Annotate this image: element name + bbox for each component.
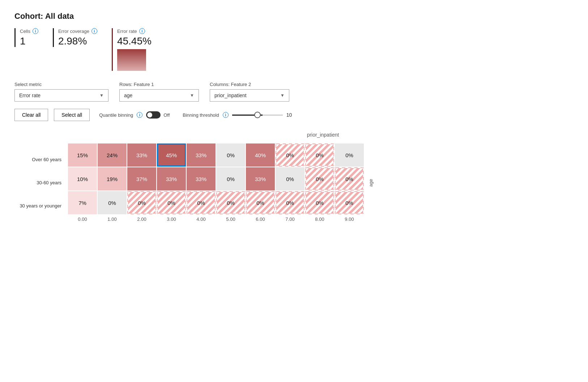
col-label-6: 6.00 xyxy=(246,216,275,222)
row-axis-label: age xyxy=(368,179,374,187)
col-label-7: 7.00 xyxy=(276,216,304,222)
heatmap-grid: 15%24%33%45%33%0%40%0%0%0%10%19%37%33%33… xyxy=(68,143,364,214)
heatmap-col-labels: 0.001.002.003.004.005.006.007.008.009.00 xyxy=(68,216,364,222)
columns-feature-value: prior_inpatient xyxy=(214,93,247,98)
columns-feature-dropdown[interactable]: prior_inpatient ▼ xyxy=(210,89,289,102)
heatmap-cell[interactable]: 0% xyxy=(216,191,245,214)
rows-feature-group: Rows: Feature 1 age ▼ xyxy=(119,82,199,102)
heatmap-cell[interactable]: 0% xyxy=(335,167,364,190)
col-label-0: 0.00 xyxy=(68,216,97,222)
error-coverage-metric: Error coverage i 2.98% xyxy=(53,28,108,47)
heatmap-cell[interactable]: 0% xyxy=(246,191,275,214)
heatmap-cell[interactable]: 0% xyxy=(187,191,216,214)
col-label-5: 5.00 xyxy=(216,216,245,222)
select-all-button[interactable]: Select all xyxy=(54,109,90,121)
error-rate-info-icon[interactable]: i xyxy=(139,28,145,34)
cells-metric: Cells i 1 xyxy=(14,28,49,47)
heatmap-wrapper: Over 60 years 30-60 years 30 years or yo… xyxy=(14,143,574,222)
select-metric-group: Select metric Error rate ▼ xyxy=(14,82,108,102)
error-coverage-label: Error coverage xyxy=(58,29,89,34)
toggle-track[interactable] xyxy=(146,111,161,119)
quantile-binning-label: Quantile binning xyxy=(99,112,133,118)
rows-feature-chevron-icon: ▼ xyxy=(190,93,194,98)
heatmap-cell[interactable]: 33% xyxy=(157,167,186,190)
rows-feature-value: age xyxy=(124,93,132,98)
select-metric-label: Select metric xyxy=(14,82,108,87)
heatmap-grid-area: 15%24%33%45%33%0%40%0%0%0%10%19%37%33%33… xyxy=(68,143,364,222)
columns-feature-chevron-icon: ▼ xyxy=(280,93,285,98)
heatmap-cell[interactable]: 7% xyxy=(68,191,97,214)
error-rate-metric: Error rate i 45.45% xyxy=(112,28,162,71)
heatmap-cell[interactable]: 15% xyxy=(68,143,97,167)
binning-threshold-slider[interactable] xyxy=(232,115,283,116)
heatmap-cell[interactable]: 0% xyxy=(127,191,156,214)
cells-value: 1 xyxy=(20,35,38,47)
heatmap-cell[interactable]: 0% xyxy=(305,191,334,214)
binning-threshold-label: Binning threshold xyxy=(183,112,219,118)
heatmap-cell[interactable]: 33% xyxy=(187,143,216,167)
actions-row: Clear all Select all Quantile binning i … xyxy=(14,109,574,121)
heatmap-cell[interactable]: 0% xyxy=(335,143,364,167)
error-rate-label: Error rate xyxy=(117,29,137,34)
heatmap-cell[interactable]: 0% xyxy=(305,167,334,190)
heatmap-cell[interactable]: 37% xyxy=(127,167,156,190)
cells-info-icon[interactable]: i xyxy=(33,28,38,34)
quantile-binning-info-icon[interactable]: i xyxy=(137,112,142,118)
heatmap-cell[interactable]: 0% xyxy=(276,167,304,190)
heatmap-cell[interactable]: 0% xyxy=(335,191,364,214)
col-label-9: 9.00 xyxy=(335,216,364,222)
error-coverage-value: 2.98% xyxy=(58,35,97,47)
column-feature-label: prior_inpatient xyxy=(72,132,574,138)
heatmap-cell[interactable]: 33% xyxy=(187,167,216,190)
col-label-2: 2.00 xyxy=(127,216,156,222)
toggle-thumb xyxy=(147,112,152,117)
select-metric-value: Error rate xyxy=(19,93,41,98)
slider-container: 10 xyxy=(232,112,294,118)
heatmap-cell[interactable]: 33% xyxy=(127,143,156,167)
error-bar-chart xyxy=(117,49,146,71)
toggle-state-label: Off xyxy=(163,112,170,118)
heatmap-cell[interactable]: 40% xyxy=(246,143,275,167)
quantile-binning-toggle[interactable]: Off xyxy=(146,111,170,119)
row-label-1: 30-60 years xyxy=(14,171,65,194)
error-coverage-info-icon[interactable]: i xyxy=(91,28,97,34)
heatmap-cell[interactable]: 45% xyxy=(157,143,186,167)
heatmap-cell[interactable]: 33% xyxy=(246,167,275,190)
clear-all-button[interactable]: Clear all xyxy=(14,109,48,121)
col-label-8: 8.00 xyxy=(305,216,334,222)
heatmap-cell[interactable]: 0% xyxy=(98,191,127,214)
controls-section: Select metric Error rate ▼ Rows: Feature… xyxy=(14,82,574,121)
heatmap-cell[interactable]: 24% xyxy=(98,143,127,167)
col-label-3: 3.00 xyxy=(157,216,186,222)
quantile-binning-group: Quantile binning i Off xyxy=(99,111,170,119)
metrics-row: Cells i 1 Error coverage i 2.98% Error r… xyxy=(14,28,574,71)
page-title: Cohort: All data xyxy=(14,12,574,21)
select-metric-dropdown[interactable]: Error rate ▼ xyxy=(14,89,108,102)
rows-feature-dropdown[interactable]: age ▼ xyxy=(119,89,199,102)
heatmap-section: prior_inpatient Over 60 years 30-60 year… xyxy=(14,132,574,222)
row-label-0: Over 60 years xyxy=(14,148,65,171)
columns-feature-label: Columns: Feature 2 xyxy=(210,82,289,87)
dropdowns-row: Select metric Error rate ▼ Rows: Feature… xyxy=(14,82,574,102)
heatmap-cell[interactable]: 0% xyxy=(305,143,334,167)
cells-label: Cells xyxy=(20,29,30,34)
rows-feature-label: Rows: Feature 1 xyxy=(119,82,199,87)
heatmap-cell[interactable]: 19% xyxy=(98,167,127,190)
heatmap-cell[interactable]: 10% xyxy=(68,167,97,190)
heatmap-cell[interactable]: 0% xyxy=(276,143,304,167)
heatmap-cell[interactable]: 0% xyxy=(216,143,245,167)
col-label-1: 1.00 xyxy=(98,216,127,222)
error-rate-value: 45.45% xyxy=(117,35,152,47)
heatmap-row-labels: Over 60 years 30-60 years 30 years or yo… xyxy=(14,148,65,218)
heatmap-cell[interactable]: 0% xyxy=(216,167,245,190)
heatmap-cell[interactable]: 0% xyxy=(157,191,186,214)
binning-threshold-value: 10 xyxy=(286,112,294,118)
row-label-2: 30 years or younger xyxy=(14,194,65,218)
binning-threshold-info-icon[interactable]: i xyxy=(223,112,229,118)
col-label-4: 4.00 xyxy=(187,216,216,222)
binning-threshold-group: Binning threshold i 10 xyxy=(183,112,293,118)
select-metric-chevron-icon: ▼ xyxy=(99,93,104,98)
columns-feature-group: Columns: Feature 2 prior_inpatient ▼ xyxy=(210,82,289,102)
heatmap-cell[interactable]: 0% xyxy=(276,191,304,214)
